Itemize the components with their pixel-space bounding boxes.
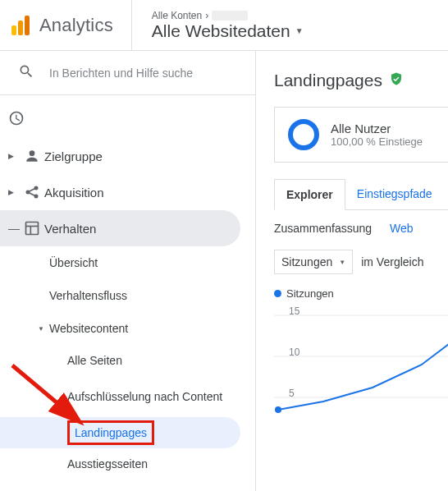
shield-check-icon bbox=[389, 71, 404, 89]
svg-point-3 bbox=[34, 195, 37, 197]
subnav-sitecontent[interactable]: ▼ Websitecontent bbox=[38, 312, 255, 345]
legend-dot-icon bbox=[274, 290, 281, 297]
metric-dropdown[interactable]: Sitzungen ▼ bbox=[274, 250, 353, 274]
caret-down-icon: ▼ bbox=[339, 259, 345, 266]
segment-title: Alle Nutzer bbox=[331, 122, 423, 135]
segment-subtitle: 100,00 % Einstiege bbox=[331, 135, 423, 148]
share-icon bbox=[20, 184, 44, 200]
subnav-content-drilldown[interactable]: Aufschlüsselung nach Content bbox=[67, 376, 255, 417]
clock-icon bbox=[8, 110, 25, 130]
svg-line-4 bbox=[29, 189, 34, 191]
subnav-landing-pages[interactable]: Landingpages bbox=[0, 417, 240, 448]
search-input[interactable]: In Berichten und Hilfe suche bbox=[0, 51, 255, 95]
product-name: Analytics bbox=[39, 15, 113, 36]
page-title: Landingpages bbox=[274, 71, 382, 90]
account-name-masked bbox=[212, 11, 248, 21]
caret-down-icon: ▼ bbox=[295, 26, 304, 35]
caret-right-icon: ▶ bbox=[8, 152, 20, 160]
line-chart bbox=[274, 299, 448, 430]
tab-explorer[interactable]: Explorer bbox=[274, 179, 345, 210]
account-selector[interactable]: Alle Konten › Alle Websitedaten ▼ bbox=[131, 0, 304, 50]
person-icon bbox=[20, 148, 44, 164]
search-icon bbox=[18, 63, 34, 83]
sessions-chart: Sitzungen 15 10 5 bbox=[274, 287, 448, 427]
search-placeholder: In Berichten und Hilfe suche bbox=[49, 67, 193, 80]
caret-right-icon: ▶ bbox=[8, 188, 20, 196]
view-name: Alle Websitedaten bbox=[152, 21, 290, 41]
summary-label[interactable]: Zusammenfassung bbox=[274, 222, 372, 235]
svg-point-12 bbox=[275, 406, 281, 413]
web-link[interactable]: Web bbox=[390, 222, 414, 235]
subnav-exit-pages[interactable]: Ausstiegsseiten bbox=[67, 448, 255, 480]
subnav-all-pages[interactable]: Alle Seiten bbox=[67, 345, 255, 376]
nav-acquisition[interactable]: ▶ Akquisition bbox=[0, 174, 255, 210]
svg-rect-6 bbox=[26, 223, 39, 235]
segment-all-users[interactable]: Alle Nutzer 100,00 % Einstiege bbox=[274, 107, 448, 163]
svg-line-5 bbox=[29, 193, 34, 195]
legend-label: Sitzungen bbox=[286, 287, 334, 300]
caret-down-icon: ▼ bbox=[38, 325, 44, 333]
compare-label: im Vergleich bbox=[361, 255, 423, 268]
svg-point-2 bbox=[34, 186, 37, 189]
tab-entrance-paths[interactable]: Einstiegspfade bbox=[345, 179, 444, 209]
analytics-logo bbox=[11, 16, 30, 35]
nav-behavior[interactable]: — Verhalten bbox=[0, 210, 240, 246]
breadcrumb: Alle Konten › bbox=[152, 10, 304, 21]
caret-down-icon: — bbox=[8, 222, 20, 235]
nav-audience[interactable]: ▶ Zielgruppe bbox=[0, 138, 255, 174]
subnav-overview[interactable]: Übersicht bbox=[49, 246, 255, 279]
subnav-flow[interactable]: Verhaltensfluss bbox=[49, 279, 255, 312]
realtime-nav[interactable] bbox=[0, 102, 255, 138]
circle-icon bbox=[288, 119, 319, 150]
svg-point-0 bbox=[30, 150, 35, 156]
layout-icon bbox=[20, 220, 44, 236]
